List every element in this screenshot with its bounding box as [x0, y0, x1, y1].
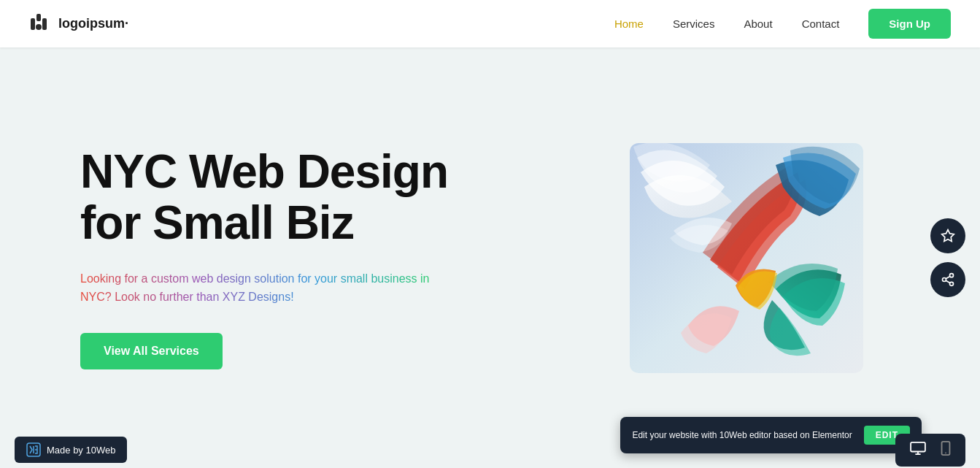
side-buttons — [930, 218, 965, 297]
mobile-view-button[interactable] — [935, 438, 957, 462]
svg-line-9 — [946, 280, 950, 283]
nav-home[interactable]: Home — [614, 18, 644, 30]
10web-icon — [26, 442, 41, 457]
svg-point-16 — [945, 452, 946, 453]
bookmark-button[interactable] — [930, 218, 965, 253]
share-button[interactable] — [930, 262, 965, 297]
hero-content: NYC Web Design for Small Biz Looking for… — [80, 146, 489, 369]
svg-rect-12 — [911, 442, 925, 451]
logo-icon — [29, 12, 53, 36]
made-by-label: Made by 10Web — [47, 445, 115, 456]
signup-button[interactable]: Sign Up — [868, 9, 951, 39]
hero-subtitle: Looking for a custom web design solution… — [80, 269, 431, 307]
mobile-icon — [941, 441, 951, 456]
svg-point-8 — [950, 282, 954, 285]
nav-contact[interactable]: Contact — [802, 18, 840, 30]
svg-rect-2 — [42, 18, 47, 30]
bookmark-icon — [941, 229, 955, 243]
nav-services[interactable]: Services — [673, 18, 715, 30]
navbar: logoipsum· Home Services About Contact S… — [0, 0, 980, 47]
hero-image — [630, 143, 863, 373]
bottom-bar: Made by 10Web — [0, 431, 980, 468]
view-all-services-button[interactable]: View All Services — [80, 333, 223, 369]
logo[interactable]: logoipsum· — [29, 12, 128, 36]
hero-title: NYC Web Design for Small Biz — [80, 146, 489, 249]
svg-point-6 — [950, 274, 954, 277]
share-icon — [941, 272, 955, 287]
svg-marker-5 — [942, 230, 954, 242]
nav-about[interactable]: About — [744, 18, 772, 30]
desktop-view-button[interactable] — [904, 439, 932, 461]
svg-rect-0 — [31, 18, 35, 30]
hero-section: NYC Web Design for Small Biz Looking for… — [0, 47, 980, 468]
abstract-art-svg — [630, 143, 863, 373]
logo-text: logoipsum· — [58, 16, 128, 31]
desktop-icon — [910, 442, 926, 455]
svg-line-10 — [946, 276, 950, 278]
made-by-badge[interactable]: Made by 10Web — [15, 437, 127, 463]
svg-point-7 — [943, 278, 946, 282]
svg-point-3 — [36, 24, 42, 30]
device-switcher — [895, 434, 965, 467]
nav-links: Home Services About Contact Sign Up — [614, 9, 951, 39]
svg-rect-1 — [36, 14, 41, 21]
